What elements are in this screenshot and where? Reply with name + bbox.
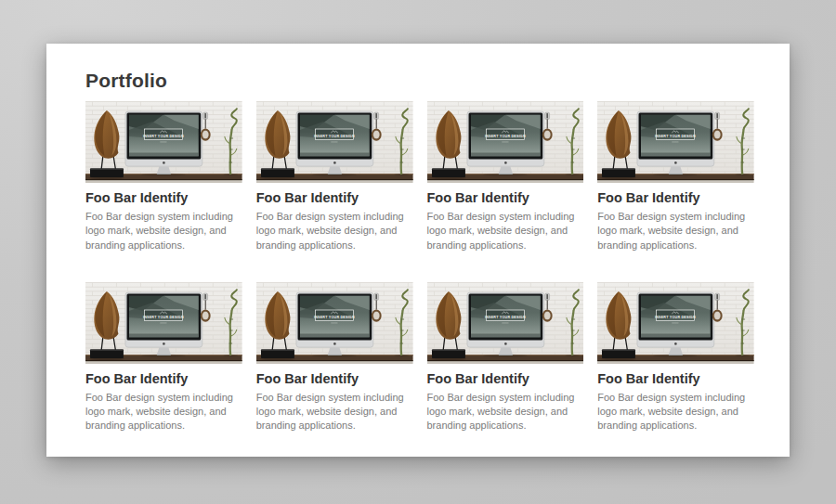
portfolio-thumbnail[interactable] (597, 101, 754, 183)
portfolio-thumbnail[interactable] (256, 282, 413, 364)
portfolio-item-title: Foo Bar Identify (427, 190, 584, 206)
portfolio-item-description: Foo Bar design system including logo mar… (427, 210, 584, 252)
portfolio-item[interactable]: Foo Bar Identify Foo Bar design system i… (85, 282, 242, 433)
portfolio-item-title: Foo Bar Identify (256, 371, 413, 387)
portfolio-item-title: Foo Bar Identify (597, 190, 754, 206)
portfolio-item[interactable]: Foo Bar Identify Foo Bar design system i… (597, 101, 754, 252)
portfolio-thumbnail[interactable] (427, 101, 584, 183)
portfolio-item[interactable]: Foo Bar Identify Foo Bar design system i… (256, 101, 413, 252)
imac-mockup-image (256, 282, 413, 364)
portfolio-item-title: Foo Bar Identify (256, 190, 413, 206)
portfolio-item[interactable]: Foo Bar Identify Foo Bar design system i… (85, 101, 242, 252)
portfolio-item-title: Foo Bar Identify (427, 371, 584, 387)
portfolio-item-description: Foo Bar design system including logo mar… (256, 391, 413, 433)
imac-mockup-image (597, 282, 754, 364)
page-title: Portfolio (85, 69, 754, 93)
portfolio-item-description: Foo Bar design system including logo mar… (597, 391, 754, 433)
imac-mockup-image (256, 101, 413, 183)
portfolio-thumbnail[interactable] (427, 282, 584, 364)
imac-mockup-image (85, 282, 242, 364)
imac-mockup-image (427, 101, 584, 183)
imac-mockup-image (597, 101, 754, 183)
portfolio-item-description: Foo Bar design system including logo mar… (256, 210, 413, 252)
portfolio-item-description: Foo Bar design system including logo mar… (85, 210, 242, 252)
portfolio-thumbnail[interactable] (85, 282, 242, 364)
portfolio-thumbnail[interactable] (85, 101, 242, 183)
portfolio-item[interactable]: Foo Bar Identify Foo Bar design system i… (427, 282, 584, 433)
portfolio-item-title: Foo Bar Identify (597, 371, 754, 387)
portfolio-item-title: Foo Bar Identify (85, 190, 242, 206)
portfolio-item-description: Foo Bar design system including logo mar… (85, 391, 242, 433)
imac-mockup-image (427, 282, 584, 364)
portfolio-grid: Foo Bar Identify Foo Bar design system i… (85, 101, 754, 433)
portfolio-item-description: Foo Bar design system including logo mar… (597, 210, 754, 252)
portfolio-item[interactable]: Foo Bar Identify Foo Bar design system i… (256, 282, 413, 433)
portfolio-card: Portfolio Foo Bar Identify Foo Bar desig… (46, 44, 790, 457)
imac-mockup-image (85, 101, 242, 183)
portfolio-item[interactable]: Foo Bar Identify Foo Bar design system i… (597, 282, 754, 433)
portfolio-thumbnail[interactable] (256, 101, 413, 183)
portfolio-item[interactable]: Foo Bar Identify Foo Bar design system i… (427, 101, 584, 252)
portfolio-item-description: Foo Bar design system including logo mar… (427, 391, 584, 433)
portfolio-item-title: Foo Bar Identify (85, 371, 242, 387)
portfolio-thumbnail[interactable] (597, 282, 754, 364)
